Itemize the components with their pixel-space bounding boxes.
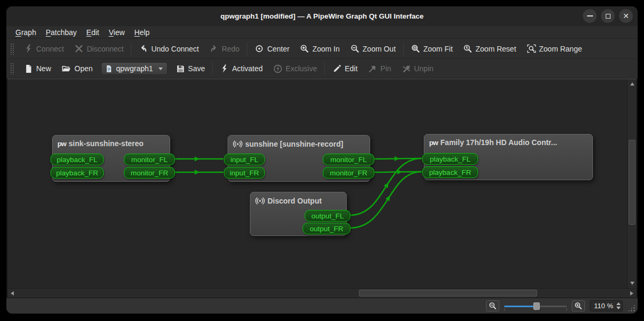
zoom-slider-handle[interactable]: [533, 302, 540, 310]
scroll-right-button[interactable]: [627, 289, 637, 298]
horizontal-scrollbar-thumb[interactable]: [359, 290, 537, 297]
menu-graph[interactable]: Graph: [11, 28, 41, 37]
zoom-in-icon: [574, 302, 582, 310]
window-title: qpwgraph1 [modified] — A PipeWire Graph …: [220, 12, 423, 20]
port-monitor-fl[interactable]: monitor_FL: [323, 154, 374, 165]
port-playback-fl[interactable]: playback_FL: [51, 154, 104, 165]
minimize-icon: [587, 15, 593, 16]
center-button[interactable]: Center: [249, 41, 295, 56]
toolbar-separator: [212, 62, 213, 75]
zoom-out-icon: [350, 44, 359, 53]
zoom-in-button[interactable]: Zoom In: [295, 41, 345, 56]
port-input-fl[interactable]: input_FL: [224, 154, 265, 165]
port-output-fr[interactable]: output_FR: [303, 223, 350, 234]
activated-button[interactable]: Activated: [215, 62, 268, 75]
unpin-icon: [402, 64, 411, 73]
zoom-reset-button[interactable]: Zoom Reset: [458, 41, 521, 56]
stream-icon: [233, 139, 242, 149]
maximize-icon: [606, 14, 610, 19]
zoom-slider[interactable]: [504, 301, 567, 311]
exclusive-button[interactable]: Exclusive: [268, 62, 322, 76]
toolbar-separator: [131, 43, 131, 55]
arrow-right-icon: [630, 291, 633, 295]
close-button[interactable]: ✕: [619, 9, 633, 23]
node-sink-sunshine-stereo[interactable]: pw sink-sunshine-stereo playback_FL play…: [52, 135, 170, 182]
node-family-hd-audio[interactable]: pw Family 17h/19h HD Audio Contr... play…: [424, 134, 593, 180]
window-resize-grip[interactable]: [628, 304, 635, 312]
maximize-button[interactable]: [601, 9, 615, 23]
port-output-fl[interactable]: output_FL: [305, 210, 350, 222]
zoom-fit-icon: [411, 44, 420, 53]
scroll-down-button[interactable]: [628, 278, 637, 288]
disconnect-button[interactable]: Disconnect: [69, 41, 129, 56]
node-discord-output[interactable]: Discord Output output_FL output_FR: [250, 192, 347, 236]
statusbar: 110 %: [6, 298, 638, 314]
zoom-out-button[interactable]: Zoom Out: [345, 41, 401, 56]
connections-layer: [7, 79, 627, 288]
new-button[interactable]: New: [19, 62, 56, 76]
vertical-scrollbar-thumb[interactable]: [629, 140, 635, 225]
menu-edit[interactable]: Edit: [81, 28, 104, 37]
port-playback-fl[interactable]: playback_FL: [422, 153, 478, 165]
spin-down-icon[interactable]: [616, 307, 621, 309]
edit-button[interactable]: Edit: [327, 62, 363, 76]
zoom-range-button[interactable]: Zoom Range: [522, 41, 588, 56]
vertical-scrollbar[interactable]: [627, 79, 637, 288]
horizontal-scrollbar[interactable]: [7, 288, 637, 298]
undo-icon: [139, 44, 148, 53]
arrow-up-icon: [630, 82, 634, 86]
connect-button[interactable]: Connect: [19, 41, 69, 56]
zoom-value: 110 %: [594, 302, 613, 310]
pin-icon: [368, 64, 377, 73]
patchbay-select[interactable]: qpwgraph1: [101, 62, 167, 75]
toolbar-drag-handle[interactable]: [10, 43, 14, 55]
port-monitor-fl[interactable]: monitor_FL: [124, 154, 175, 165]
port-monitor-fr[interactable]: monitor_FR: [323, 167, 374, 179]
statusbar-zoom-in-button[interactable]: [572, 300, 585, 311]
zoom-reset-icon: [463, 44, 472, 53]
graph-scene[interactable]: pw sink-sunshine-stereo playback_FL play…: [7, 79, 627, 288]
spin-up-icon[interactable]: [616, 302, 621, 305]
open-button[interactable]: Open: [56, 62, 98, 76]
pipewire-icon: pw: [429, 139, 438, 147]
statusbar-zoom-out-button[interactable]: [486, 300, 499, 311]
arrow-down-icon: [630, 282, 634, 285]
graph-canvas: pw sink-sunshine-stereo playback_FL play…: [7, 79, 637, 298]
open-folder-icon: [62, 64, 71, 73]
zoom-spinbox[interactable]: 110 %: [590, 300, 623, 311]
pipewire-icon: pw: [57, 140, 66, 148]
edit-pencil-icon: [332, 64, 341, 73]
center-icon: [255, 44, 264, 53]
scroll-left-button[interactable]: [7, 289, 17, 298]
port-input-fr[interactable]: input_FR: [224, 167, 265, 179]
redo-button[interactable]: Redo: [204, 41, 245, 56]
pin-button[interactable]: Pin: [363, 62, 396, 76]
node-title: sink-sunshine-stereo: [69, 139, 144, 148]
port-playback-fr[interactable]: playback_FR: [422, 166, 478, 178]
patchbay-file-icon: [105, 65, 113, 73]
menu-help[interactable]: Help: [130, 28, 155, 37]
new-file-icon: [24, 64, 33, 73]
undo-connect-button[interactable]: Undo Connect: [133, 41, 204, 56]
unpin-button[interactable]: Unpin: [397, 62, 439, 76]
minimize-button[interactable]: [583, 9, 597, 23]
port-playback-fr[interactable]: playback_FR: [51, 167, 104, 179]
node-sunshine[interactable]: sunshine [sunshine-record] input_FL inpu…: [228, 135, 370, 182]
node-title: sunshine [sunshine-record]: [245, 140, 343, 148]
toolbar-separator: [247, 43, 247, 55]
toolbar-drag-handle[interactable]: [10, 63, 14, 74]
node-title: Discord Output: [267, 197, 322, 205]
canvas-wrap: pw sink-sunshine-stereo playback_FL play…: [6, 79, 638, 298]
scroll-up-button[interactable]: [628, 79, 637, 89]
disconnect-icon: [74, 44, 83, 53]
save-button[interactable]: Save: [171, 62, 211, 76]
toolbar-patchbay: New Open qpwgraph1 Save Act: [6, 59, 638, 79]
menubar: Graph Patchbay Edit View Help: [6, 26, 638, 39]
port-monitor-fr[interactable]: monitor_FR: [124, 167, 175, 179]
menu-patchbay[interactable]: Patchbay: [41, 28, 81, 37]
titlebar[interactable]: qpwgraph1 [modified] — A PipeWire Graph …: [6, 6, 638, 26]
stream-icon: [255, 196, 265, 206]
connect-icon: [24, 44, 33, 53]
zoom-fit-button[interactable]: Zoom Fit: [406, 41, 458, 56]
menu-view[interactable]: View: [104, 28, 129, 37]
